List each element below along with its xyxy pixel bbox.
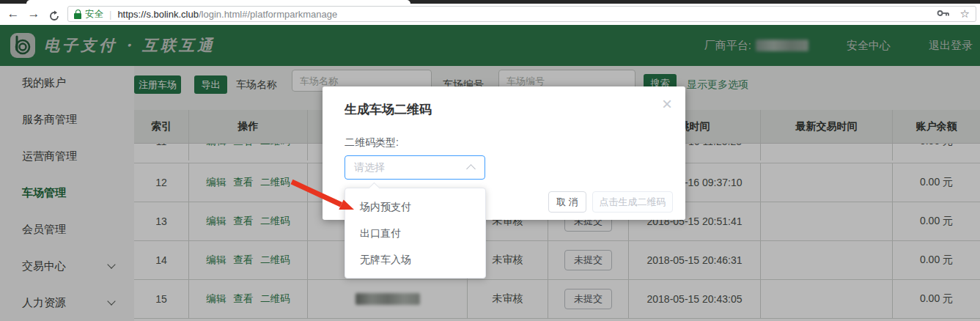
cancel-button[interactable]: 取 消 xyxy=(548,191,586,213)
red-arrow-annotation xyxy=(284,173,365,218)
option-exit-direct-pay[interactable]: 出口直付 xyxy=(345,220,485,246)
url-origin: https://s.bolink.club xyxy=(117,9,199,20)
browser-active-tab[interactable] xyxy=(26,0,410,4)
generate-qrcode-button[interactable]: 点击生成二维码 xyxy=(592,191,673,213)
option-unlicensed-entry[interactable]: 无牌车入场 xyxy=(345,246,485,273)
address-separator: | xyxy=(109,9,111,20)
address-bar[interactable]: 安全 | https://s.bolink.club /login.html#/… xyxy=(67,6,976,22)
security-label: 安全 xyxy=(85,8,103,21)
select-dropdown-panel: 场内预支付 出口直付 无牌车入场 xyxy=(345,188,486,278)
close-icon[interactable]: × xyxy=(662,94,672,114)
browser-forward-icon[interactable]: → xyxy=(25,4,43,25)
select-placeholder: 请选择 xyxy=(354,161,468,174)
browser-tab-strip xyxy=(0,0,980,4)
option-in-park-prepay[interactable]: 场内预支付 xyxy=(345,193,485,220)
browser-reload-icon[interactable] xyxy=(45,4,63,25)
qrcode-type-label: 二维码类型: xyxy=(345,136,399,150)
qrcode-type-select[interactable]: 请选择 xyxy=(345,155,485,180)
url-path: /login.html#/platformparkmanage xyxy=(199,9,337,20)
browser-back-icon[interactable]: ← xyxy=(4,4,22,25)
dialog-title: 生成车场二维码 xyxy=(345,101,432,118)
password-key-icon[interactable] xyxy=(937,7,950,21)
lock-icon xyxy=(74,10,81,19)
bookmark-star-icon[interactable]: ☆ xyxy=(960,7,970,21)
chevron-up-icon xyxy=(466,164,476,174)
browser-chrome: ← → 安全 | https://s.bolink.club /login.ht… xyxy=(0,0,980,25)
